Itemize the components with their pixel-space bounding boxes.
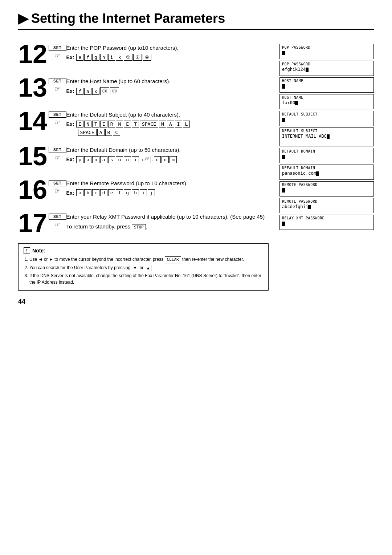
ex-label-13: Ex:: [66, 88, 74, 94]
key-f2: f: [76, 88, 83, 95]
down-button: ▼: [132, 265, 139, 272]
step-15: 15 SET ☞ Enter the Default Domain (up to…: [18, 143, 269, 169]
key-0b: ⓪: [110, 87, 119, 95]
key-a: a: [84, 88, 91, 95]
step-14-ex-line1: Ex: I N T E R N E T SPACE M A I L: [66, 121, 269, 127]
hand-icon-12: ☞: [54, 52, 60, 60]
step-17-body: Enter your Relay XMT Password if applica…: [66, 210, 269, 232]
step-15-desc: Enter the Default Domain (up to 50 chara…: [66, 146, 269, 154]
step-12-set-button[interactable]: SET: [49, 45, 66, 51]
key-2c: ②: [133, 54, 142, 61]
key-k: k: [116, 54, 123, 61]
step-12-ex: Ex: e f g h i k ① ② ④: [66, 54, 269, 61]
step-13-number: 13: [18, 74, 47, 101]
display-pop-password-filled: POP PASSWORD efghik124: [279, 61, 374, 76]
page-title: ▶ Setting the Internet Parameters: [18, 11, 374, 30]
key-i: i: [108, 54, 115, 61]
ex-label-15: Ex:: [66, 157, 74, 162]
step-12-body: Enter the POP Password (up to10 characte…: [66, 41, 269, 61]
page-number: 44: [18, 298, 269, 305]
step-17-number: 17: [18, 210, 47, 236]
title-arrow: ▶: [18, 11, 28, 26]
step-17-desc: Enter your Relay XMT Password if applica…: [66, 213, 269, 220]
key-0a: ⓪: [100, 87, 109, 95]
step-17-desc2: To return to standby, press STOP.: [66, 223, 269, 230]
key-h: h: [100, 54, 107, 61]
step-16-desc: Enter the Remote Password (up to 10 char…: [66, 179, 269, 187]
step-15-body: Enter the Default Domain (up to 50 chara…: [66, 143, 269, 163]
note-list: Use ◄ or ► to move the cursor beyond the…: [29, 256, 263, 285]
up-button: ▲: [145, 265, 152, 272]
key-g: g: [92, 54, 99, 61]
superscript-28: 28: [145, 157, 149, 160]
hand-icon-13: ☞: [54, 85, 60, 93]
note-item-1: Use ◄ or ► to move the cursor beyond the…: [29, 256, 263, 263]
right-column: POP PASSWORD POP PASSWORD efghik124 HOST…: [279, 41, 374, 305]
key-4c: ④: [143, 54, 151, 61]
step-16-body: Enter the Remote Password (up to 10 char…: [66, 177, 269, 196]
step-16: 16 SET ☞ Enter the Remote Password (up t…: [18, 177, 269, 203]
key-f: f: [84, 54, 91, 61]
note-item-3: If the DNS Server is not available, chan…: [29, 272, 263, 285]
display-pop-password-empty: POP PASSWORD: [279, 44, 374, 59]
step-17-set-button[interactable]: SET: [49, 214, 66, 220]
step-12-number: 12: [18, 41, 47, 67]
display-remote-password-empty: REMOTE PASSWORD: [279, 181, 374, 197]
hand-icon-15: ☞: [54, 154, 60, 162]
step-14-set-button[interactable]: SET: [49, 112, 66, 118]
note-icon: !: [24, 247, 30, 254]
step-16-number: 16: [18, 177, 47, 203]
note-title: Note:: [32, 248, 45, 254]
step-16-ex: Ex: a b c d e f g h i j: [66, 189, 269, 196]
step-14-ex-line2: SPACE A B C: [78, 129, 269, 136]
display-default-domain-filled: DEFAULT DOMAIN panasonic.com: [279, 165, 374, 180]
title-text: Setting the Internet Parameters: [31, 11, 225, 26]
ex-label-12: Ex:: [66, 54, 74, 60]
ex-label-14: Ex:: [66, 121, 74, 127]
step-16-set-button[interactable]: SET: [49, 180, 66, 186]
hand-icon-14: ☞: [54, 118, 60, 126]
key-e: e: [76, 54, 83, 61]
step-12: 12 SET ☞ Enter the POP Password (up to10…: [18, 41, 269, 67]
note-header: ! Note:: [24, 247, 263, 254]
stop-button: STOP: [132, 224, 146, 230]
step-12-desc: Enter the POP Password (up to10 characte…: [66, 44, 269, 52]
step-13-body: Enter the Host Name (up to 60 characters…: [66, 74, 269, 95]
display-host-name-empty: HOST NAME: [279, 77, 374, 93]
step-17: 17 SET ☞ Enter your Relay XMT Password i…: [18, 210, 269, 236]
step-14: 14 SET ☞ Enter the Default Subject (up t…: [18, 108, 269, 136]
note-item-2: You can search for the User Parameters b…: [29, 264, 263, 272]
display-default-subject-empty: DEFAULT SUBJECT: [279, 111, 374, 126]
key-x: x: [92, 88, 99, 95]
clear-button: CLEAR: [165, 256, 181, 263]
ex-label-16: Ex:: [66, 190, 74, 196]
step-14-desc: Enter the Default Subject (up to 40 char…: [66, 111, 269, 118]
display-default-subject-filled: DEFAULT SUBJECT INTERNET MAIL ABC: [279, 127, 374, 146]
step-15-number: 15: [18, 143, 47, 169]
display-default-domain-empty: DEFAULT DOMAIN: [279, 148, 374, 163]
hand-icon-16: ☞: [54, 187, 60, 195]
note-section: ! Note: Use ◄ or ► to move the cursor be…: [18, 243, 269, 291]
step-14-number: 14: [18, 108, 47, 134]
key-1c: ①: [124, 54, 132, 61]
step-13-desc: Enter the Host Name (up to 60 characters…: [66, 77, 269, 85]
left-column: 12 SET ☞ Enter the POP Password (up to10…: [18, 41, 269, 305]
hand-icon-17: ☞: [54, 220, 60, 228]
display-host-name-filled: HOST NAME fax00: [279, 94, 374, 109]
step-13: 13 SET ☞ Enter the Host Name (up to 60 c…: [18, 74, 269, 101]
step-14-body: Enter the Default Subject (up to 40 char…: [66, 108, 269, 136]
step-13-set-button[interactable]: SET: [49, 78, 66, 84]
step-15-set-button[interactable]: SET: [49, 147, 66, 153]
display-remote-password-filled: REMOTE PASSWORD abcdefghij: [279, 198, 374, 213]
step-15-ex: Ex: p a n a s o n i c28 . c o m: [66, 156, 269, 163]
step-13-ex: Ex: f a x ⓪ ⓪: [66, 87, 269, 95]
display-relay-xmt-password-empty: RELAY XMT PASSWORD: [279, 215, 374, 230]
